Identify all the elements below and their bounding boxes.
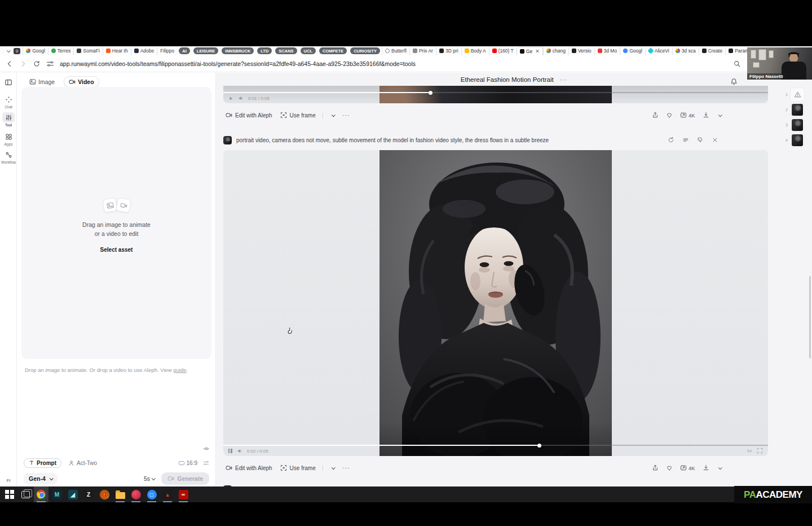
browser-tab[interactable]: SomaFi: [73, 47, 102, 55]
share-icon[interactable]: [652, 112, 659, 119]
seek-bar[interactable]: [223, 445, 768, 446]
rail-item-workflow[interactable]: Workflow: [0, 150, 17, 164]
more-options-button[interactable]: ···: [342, 465, 350, 471]
close-icon[interactable]: [712, 137, 718, 143]
use-frame-button[interactable]: Use frame: [280, 112, 335, 119]
browser-tab[interactable]: Body A: [461, 47, 489, 55]
tab-group-chip[interactable]: LTD: [257, 47, 272, 54]
forward-icon[interactable]: [19, 60, 27, 68]
browser-tab[interactable]: Butterfl: [382, 47, 409, 55]
tab-close-icon[interactable]: ✕: [535, 49, 540, 54]
browser-tab[interactable]: Googl: [620, 47, 645, 55]
taskbar-app-red[interactable]: [129, 486, 143, 502]
taskbar-zbrush[interactable]: Z: [81, 486, 96, 502]
tab-group-chip[interactable]: SCANS: [275, 47, 297, 54]
chevron-down-icon[interactable]: [332, 113, 335, 116]
browser-tab[interactable]: Versio: [568, 47, 594, 55]
thumbs-down-icon[interactable]: [697, 137, 704, 143]
select-asset-button[interactable]: Select asset: [100, 247, 133, 253]
sidebar-toggle[interactable]: [0, 77, 17, 87]
taskbar-autodesk[interactable]: ▲: [160, 486, 175, 502]
edit-with-aleph-button[interactable]: Edit with Aleph: [226, 464, 272, 471]
asset-dropzone[interactable]: Drag an image to animate or a video to e…: [21, 87, 211, 359]
tab-group-chip[interactable]: AI: [179, 47, 190, 54]
user-initials[interactable]: Fl: [0, 478, 17, 483]
download-icon[interactable]: [703, 112, 709, 119]
details-list-icon[interactable]: [682, 137, 689, 143]
browser-tab-active[interactable]: Ge✕: [517, 47, 543, 55]
pinned-tab[interactable]: 0: [14, 48, 20, 54]
tab-search-chevron-icon[interactable]: [3, 47, 11, 55]
taskbar-explorer[interactable]: [113, 486, 127, 502]
browser-tab[interactable]: Prix Ar: [409, 47, 436, 55]
seek-knob[interactable]: [429, 91, 433, 95]
taskbar-houdini[interactable]: @: [97, 486, 112, 502]
rail-item-chat[interactable]: Chat: [0, 94, 17, 109]
browser-tab[interactable]: Adobe: [131, 47, 157, 55]
duration-select[interactable]: 5s: [144, 475, 155, 482]
generate-button[interactable]: Generate: [161, 472, 209, 485]
browser-tab[interactable]: Terres: [48, 47, 74, 55]
resolution-settings-icon[interactable]: [203, 458, 209, 468]
prompt-enhance-icon[interactable]: [203, 443, 210, 453]
taskbar-maya[interactable]: M: [50, 486, 64, 502]
browser-tab[interactable]: Filippo: [157, 47, 177, 55]
seek-knob[interactable]: [537, 444, 541, 448]
model-select[interactable]: Gen-4: [24, 473, 58, 484]
taskbar-zoom[interactable]: ▢: [144, 486, 159, 502]
guide-link[interactable]: guide: [173, 367, 186, 373]
volume-icon[interactable]: [237, 448, 242, 454]
tab-video[interactable]: Video: [64, 76, 99, 87]
tab-image[interactable]: Image: [25, 77, 59, 87]
taskbar-affinity[interactable]: ◢: [65, 486, 80, 502]
browser-tab[interactable]: AliceVi: [645, 47, 672, 55]
generation-list-item[interactable]: 1: [781, 87, 810, 102]
seek-bar[interactable]: [223, 92, 768, 93]
session-menu-button[interactable]: ···: [559, 76, 567, 83]
browser-tab[interactable]: 3D pri: [436, 47, 461, 55]
browser-tab[interactable]: Hear th: [103, 47, 131, 55]
tab-group-chip[interactable]: COMPETE: [319, 47, 347, 54]
rail-item-apps[interactable]: Apps: [0, 132, 17, 146]
reload-icon[interactable]: [33, 60, 41, 68]
aspect-ratio-button[interactable]: 16:9: [179, 460, 197, 466]
prompt-mode-button[interactable]: Prompt: [24, 458, 61, 468]
generation-list-item[interactable]: 4: [781, 133, 810, 148]
start-button[interactable]: [2, 486, 17, 502]
taskbar-acrobat[interactable]: ∞: [176, 486, 191, 502]
upscale-4k-button[interactable]: 4K: [680, 112, 695, 119]
back-icon[interactable]: [6, 60, 14, 68]
download-icon[interactable]: [703, 464, 709, 471]
tab-group-chip[interactable]: CURIOSITY: [350, 47, 380, 54]
play-icon[interactable]: [228, 96, 233, 101]
act-two-button[interactable]: Act-Two: [68, 460, 97, 466]
notifications-bell-icon[interactable]: [730, 76, 738, 86]
tab-group-chip[interactable]: UCL: [301, 47, 316, 54]
pause-icon[interactable]: [228, 449, 232, 453]
prompt-input-thumbnail[interactable]: [223, 136, 232, 144]
scrollbar[interactable]: [809, 276, 811, 358]
site-info-icon[interactable]: [46, 60, 54, 68]
chevron-down-icon[interactable]: [332, 466, 335, 469]
upscale-4k-button[interactable]: 4K: [680, 464, 695, 471]
tab-group-chip[interactable]: INNSBRUCK: [222, 47, 254, 54]
generation-list-item[interactable]: 3: [781, 117, 810, 133]
zoom-page-icon[interactable]: [733, 60, 741, 68]
browser-tab[interactable]: chang: [543, 47, 568, 55]
browser-tab[interactable]: Googl: [23, 47, 48, 55]
video-player-previous[interactable]: 0:01 / 0:05: [223, 86, 768, 103]
chevron-down-icon[interactable]: [718, 466, 722, 469]
use-frame-button[interactable]: Use frame: [280, 464, 335, 471]
browser-tab[interactable]: Create: [699, 47, 726, 55]
fullscreen-icon[interactable]: [757, 448, 763, 454]
volume-icon[interactable]: [238, 95, 244, 101]
edit-with-aleph-button[interactable]: Edit with Aleph: [226, 112, 272, 119]
prompt-placeholder[interactable]: Drop an image to animate. Or drop a vide…: [25, 367, 209, 373]
generation-list-item[interactable]: 2: [781, 102, 810, 117]
browser-tab[interactable]: 3d sca: [672, 47, 699, 55]
more-options-button[interactable]: ···: [342, 112, 350, 119]
favorite-heart-icon[interactable]: [666, 464, 673, 471]
chevron-down-icon[interactable]: [718, 113, 722, 116]
task-view-button[interactable]: [18, 486, 33, 502]
tab-group-chip[interactable]: LEISURE: [193, 47, 219, 54]
